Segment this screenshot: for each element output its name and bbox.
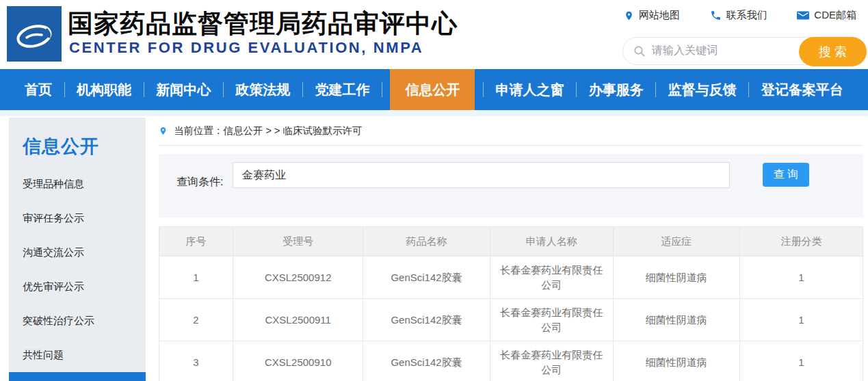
cell-index: 2 — [159, 299, 233, 341]
sitemap-link-label: 网站地图 — [639, 9, 680, 22]
results-table: 序号 受理号 药品名称 申请人名称 适应症 注册分类 1 CXSL2500912… — [159, 226, 863, 381]
cell-applicant: 长春金赛药业有限责任公司 — [490, 299, 613, 341]
nav-separator — [223, 82, 224, 97]
table-row: 3 CXSL2500910 GenSci142胶囊 长春金赛药业有限责任公司 细… — [159, 341, 863, 381]
cell-registration-class: 1 — [739, 299, 863, 341]
site-search[interactable]: 请输入关键词 搜索 — [622, 37, 867, 65]
cell-indication: 细菌性阴道病 — [613, 299, 739, 341]
cell-index: 3 — [159, 341, 233, 381]
cell-acceptance-no: CXSL2500912 — [233, 257, 363, 299]
cell-index: 1 — [159, 257, 233, 299]
query-label: 查询条件: — [176, 175, 223, 189]
cell-drug-name: GenSci142胶囊 — [363, 257, 490, 299]
table-row: 1 CXSL2500912 GenSci142胶囊 长春金赛药业有限责任公司 细… — [159, 257, 863, 299]
cde-logo-swoosh-icon — [12, 12, 57, 57]
nav-item-supervision[interactable]: 监督与反馈 — [664, 81, 741, 99]
nav-separator — [382, 82, 382, 97]
cell-indication: 细菌性阴道病 — [613, 341, 739, 381]
search-input[interactable]: 请输入关键词 — [652, 44, 718, 58]
phone-icon — [710, 10, 722, 21]
nav-separator — [144, 82, 144, 97]
nav-item-party[interactable]: 党建工作 — [311, 81, 373, 99]
nav-separator — [302, 82, 303, 97]
nav-item-applicant-window[interactable]: 申请人之窗 — [492, 81, 568, 99]
cell-acceptance-no: CXSL2500910 — [233, 341, 363, 381]
nav-separator — [64, 82, 65, 97]
sidebar-item-active-clinical-trial[interactable] — [9, 372, 146, 381]
nav-separator — [655, 82, 656, 97]
search-button[interactable]: 搜索 — [799, 37, 867, 66]
column-header-acceptance-no: 受理号 — [233, 227, 363, 257]
sidebar-list: 受理品种信息 审评任务公示 沟通交流公示 优先审评公示 突破性治疗公示 共性问题 — [9, 167, 146, 381]
nav-item-services[interactable]: 办事服务 — [585, 81, 648, 99]
column-header-drug-name: 药品名称 — [363, 227, 490, 257]
breadcrumb-text: 当前位置：信息公开 > > 临床试验默示许可 — [174, 124, 363, 137]
nav-item-home[interactable]: 首页 — [21, 81, 56, 99]
query-panel: 查询条件: 查 询 — [159, 154, 863, 218]
cell-registration-class: 1 — [739, 257, 863, 299]
nav-item-policy[interactable]: 政策法规 — [231, 81, 294, 99]
map-pin-icon — [624, 10, 634, 22]
sidebar-item-priority-review[interactable]: 优先审评公示 — [9, 270, 146, 304]
nav-separator — [576, 82, 577, 97]
cell-drug-name: GenSci142胶囊 — [363, 341, 490, 381]
cell-registration-class: 1 — [739, 341, 863, 381]
column-header-index: 序号 — [159, 227, 233, 257]
nav-item-news[interactable]: 新闻中心 — [152, 81, 215, 99]
site-title: 国家药品监督管理局药品审评中心 — [68, 7, 458, 41]
sidebar-item-common-issues[interactable]: 共性问题 — [9, 338, 146, 372]
nav-separator — [483, 82, 484, 97]
location-pin-icon — [159, 125, 168, 137]
sidebar: 信息公开 受理品种信息 审评任务公示 沟通交流公示 优先审评公示 突破性治疗公示… — [9, 118, 146, 381]
page: 国家药品监督管理局药品审评中心 CENTER FOR DRUG EVALUATI… — [0, 0, 868, 381]
sidebar-item-accepted-varieties[interactable]: 受理品种信息 — [9, 167, 146, 201]
table-row: 2 CXSL2500911 GenSci142胶囊 长春金赛药业有限责任公司 细… — [159, 299, 863, 341]
contact-us-link-label: 联系我们 — [726, 9, 767, 22]
nav-understrip — [0, 110, 868, 116]
cell-applicant: 长春金赛药业有限责任公司 — [490, 341, 613, 381]
cell-acceptance-no: CXSL2500911 — [233, 299, 363, 341]
main-content: 当前位置：信息公开 > > 临床试验默示许可 查询条件: 查 询 序号 受理号 … — [159, 116, 863, 381]
column-header-registration-class: 注册分类 — [739, 227, 863, 257]
query-button[interactable]: 查 询 — [763, 163, 809, 187]
cell-applicant: 长春金赛药业有限责任公司 — [490, 257, 613, 299]
header: 国家药品监督管理局药品审评中心 CENTER FOR DRUG EVALUATI… — [0, 0, 868, 69]
nav-item-info-disclosure[interactable]: 信息公开 — [390, 69, 475, 110]
table-header-row: 序号 受理号 药品名称 申请人名称 适应症 注册分类 — [159, 227, 863, 257]
contact-us-link[interactable]: 联系我们 — [710, 9, 767, 22]
nav-item-registration-platform[interactable]: 登记备案平台 — [757, 81, 847, 99]
header-quicklinks: 网站地图 联系我们 CDE邮箱 — [624, 9, 856, 22]
cde-mail-link-label: CDE邮箱 — [814, 9, 856, 22]
sidebar-item-breakthrough-therapy[interactable]: 突破性治疗公示 — [9, 304, 146, 338]
cell-drug-name: GenSci142胶囊 — [363, 299, 490, 341]
site-subtitle: CENTER FOR DRUG EVALUATION, NMPA — [69, 39, 423, 57]
query-input[interactable] — [233, 162, 730, 188]
mail-icon — [797, 10, 809, 21]
column-header-indication: 适应症 — [613, 227, 739, 257]
sidebar-item-review-tasks[interactable]: 审评任务公示 — [9, 201, 146, 235]
sitemap-link[interactable]: 网站地图 — [624, 9, 680, 22]
cell-indication: 细菌性阴道病 — [613, 257, 739, 299]
column-header-applicant: 申请人名称 — [490, 227, 613, 257]
sidebar-title: 信息公开 — [9, 118, 146, 159]
nav-separator — [748, 82, 749, 97]
cde-mail-link[interactable]: CDE邮箱 — [797, 9, 856, 22]
breadcrumb: 当前位置：信息公开 > > 临床试验默示许可 — [159, 116, 863, 146]
cde-logo — [7, 6, 62, 62]
main-nav: 首页 机构职能 新闻中心 政策法规 党建工作 信息公开 申请人之窗 办事服务 监… — [0, 69, 868, 110]
search-icon — [633, 45, 646, 57]
nav-item-functions[interactable]: 机构职能 — [73, 81, 135, 99]
sidebar-item-communication[interactable]: 沟通交流公示 — [9, 235, 146, 270]
